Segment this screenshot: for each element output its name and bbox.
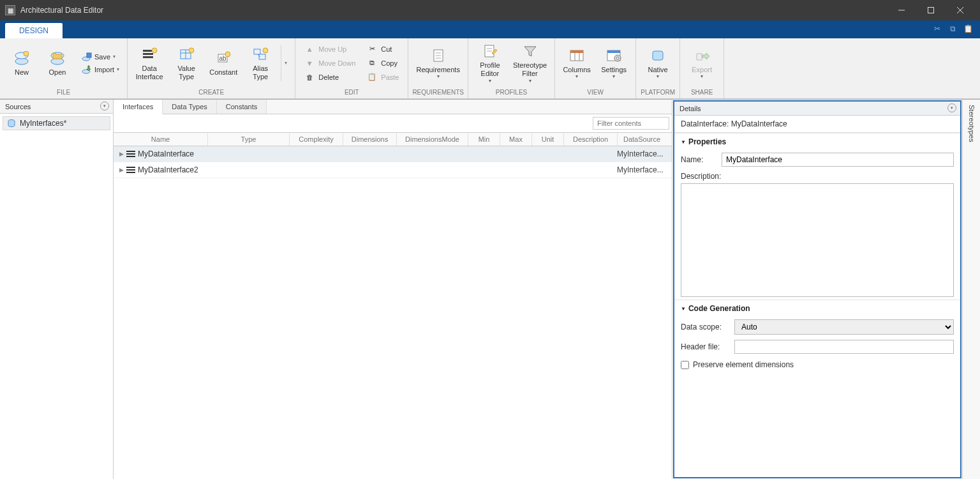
row-datasource: MyInterface... bbox=[617, 165, 672, 174]
data-interface-button[interactable]: Data Interface bbox=[133, 44, 166, 82]
table-row[interactable]: ▶ MyDataInterface MyInterface... bbox=[114, 146, 672, 162]
stereotype-filter-button[interactable]: Stereotype Filter ▾ bbox=[510, 41, 549, 84]
row-expander[interactable]: ▶ bbox=[114, 167, 125, 173]
source-item[interactable]: MyInterfaces* bbox=[3, 116, 110, 130]
section-properties[interactable]: ▼ Properties bbox=[674, 133, 960, 150]
col-min[interactable]: Min bbox=[468, 133, 500, 146]
row-name: MyDataInterface2 bbox=[137, 165, 208, 174]
alias-type-button[interactable]: Alias Type bbox=[244, 44, 277, 82]
copy-icon: ⧉ bbox=[367, 58, 377, 68]
svg-point-25 bbox=[263, 48, 268, 53]
tab-constants[interactable]: Constants bbox=[217, 100, 267, 114]
constant-button[interactable]: ab Constant bbox=[207, 48, 240, 78]
export-button[interactable]: Export ▾ bbox=[685, 45, 718, 81]
header-file-field[interactable] bbox=[734, 340, 954, 354]
ribbon-tab-design[interactable]: DESIGN bbox=[5, 23, 63, 38]
svg-rect-14 bbox=[143, 56, 153, 58]
col-complexity[interactable]: Complexity bbox=[290, 133, 343, 146]
stereotypes-label: Stereotypes bbox=[968, 105, 976, 142]
name-label: Name: bbox=[681, 155, 716, 164]
new-button[interactable]: New bbox=[5, 48, 38, 78]
minimize-icon bbox=[898, 7, 905, 13]
details-breadcrumb: DataInterface: MyDataInterface bbox=[674, 116, 960, 133]
qat-cut-icon[interactable]: ✂ bbox=[932, 23, 943, 34]
cut-icon: ✂ bbox=[367, 44, 377, 54]
database-icon bbox=[7, 119, 16, 128]
stereotypes-tab[interactable]: Stereotypes bbox=[962, 100, 980, 479]
description-field[interactable] bbox=[681, 183, 954, 297]
svg-point-22 bbox=[225, 52, 230, 57]
collapse-icon: ▼ bbox=[681, 139, 686, 145]
paste-button[interactable]: 📋Paste bbox=[363, 71, 403, 84]
qat-copy-icon[interactable]: ⧉ bbox=[947, 23, 958, 34]
preserve-dimensions-label: Preserve element dimensions bbox=[693, 360, 794, 369]
settings-button[interactable]: Settings ▾ bbox=[597, 45, 630, 81]
import-icon bbox=[82, 65, 92, 75]
col-unit[interactable]: Unit bbox=[532, 133, 564, 146]
svg-rect-34 bbox=[570, 50, 583, 53]
qat-paste-icon[interactable]: 📋 bbox=[962, 23, 974, 34]
col-datasource[interactable]: DataSource bbox=[618, 133, 666, 146]
col-max[interactable]: Max bbox=[500, 133, 532, 146]
import-button[interactable]: Import▾ bbox=[79, 64, 122, 75]
svg-rect-45 bbox=[126, 156, 135, 157]
col-description[interactable]: Description bbox=[564, 133, 618, 146]
tab-interfaces[interactable]: Interfaces bbox=[114, 100, 163, 114]
svg-point-40 bbox=[616, 57, 619, 59]
table-row[interactable]: ▶ MyDataInterface2 MyInterface... bbox=[114, 162, 672, 178]
ribbon-group-requirements: Requirements ▾ REQUIREMENTS bbox=[408, 38, 468, 98]
move-up-button[interactable]: ▲Move Up bbox=[301, 43, 359, 56]
native-button[interactable]: Native ▾ bbox=[641, 45, 674, 81]
col-dimensions-mode[interactable]: DimensionsMode bbox=[397, 133, 468, 146]
close-button[interactable] bbox=[946, 0, 975, 20]
grid-header: Name Type Complexity Dimensions Dimensio… bbox=[114, 132, 672, 146]
delete-button[interactable]: 🗑Delete bbox=[301, 71, 359, 84]
col-name[interactable]: Name bbox=[114, 133, 208, 146]
svg-rect-44 bbox=[126, 153, 135, 155]
svg-point-6 bbox=[24, 51, 29, 56]
requirements-icon bbox=[429, 47, 447, 65]
value-type-button[interactable]: Value Type bbox=[170, 44, 203, 82]
columns-button[interactable]: Columns ▾ bbox=[560, 45, 593, 81]
grid-body: ▶ MyDataInterface MyInterface... ▶ MyDat… bbox=[114, 146, 672, 479]
constant-icon: ab bbox=[214, 49, 232, 67]
row-expander[interactable]: ▶ bbox=[114, 151, 125, 157]
details-options-button[interactable]: ▾ bbox=[947, 103, 956, 112]
svg-rect-38 bbox=[607, 50, 620, 53]
filter-input[interactable] bbox=[593, 117, 669, 130]
details-panel: Details ▾ DataInterface: MyDataInterface… bbox=[673, 100, 961, 478]
save-button[interactable]: Save▾ bbox=[79, 51, 122, 63]
preserve-dimensions-checkbox[interactable] bbox=[681, 361, 689, 369]
native-icon bbox=[649, 47, 667, 65]
svg-rect-13 bbox=[143, 53, 153, 55]
tab-data-types[interactable]: Data Types bbox=[163, 100, 216, 114]
open-button[interactable]: Open bbox=[41, 48, 74, 78]
col-dimensions[interactable]: Dimensions bbox=[343, 133, 397, 146]
col-type[interactable]: Type bbox=[208, 133, 290, 146]
cut-button[interactable]: ✂Cut bbox=[363, 43, 403, 56]
profile-editor-button[interactable]: Profile Editor ▾ bbox=[473, 41, 507, 84]
section-codegen[interactable]: ▼ Code Generation bbox=[674, 300, 960, 317]
data-scope-select[interactable]: Auto bbox=[734, 319, 954, 335]
description-label: Description: bbox=[681, 172, 721, 181]
sources-options-button[interactable]: ▾ bbox=[100, 102, 109, 110]
sources-header: Sources ▾ bbox=[0, 100, 113, 114]
data-interface-icon bbox=[140, 45, 158, 63]
filter-icon bbox=[521, 42, 539, 60]
new-icon bbox=[13, 49, 31, 67]
svg-rect-41 bbox=[653, 51, 663, 60]
copy-button[interactable]: ⧉Copy bbox=[363, 57, 403, 70]
maximize-button[interactable] bbox=[916, 0, 946, 20]
value-type-icon bbox=[177, 45, 195, 63]
create-overflow-button[interactable]: ▾ bbox=[281, 45, 290, 81]
move-down-button[interactable]: ▼Move Down bbox=[301, 57, 359, 70]
sources-title: Sources bbox=[5, 103, 31, 110]
app-icon: ▦ bbox=[5, 5, 15, 15]
requirements-button[interactable]: Requirements ▾ bbox=[413, 45, 462, 81]
ribbon-group-edit: ▲Move Up ▼Move Down 🗑Delete ✂Cut ⧉Copy 📋… bbox=[295, 38, 408, 98]
minimize-button[interactable] bbox=[887, 0, 916, 20]
source-item-label: MyInterfaces* bbox=[20, 119, 66, 128]
move-down-icon: ▼ bbox=[304, 58, 315, 68]
svg-point-15 bbox=[152, 48, 157, 53]
name-field[interactable] bbox=[722, 153, 954, 167]
